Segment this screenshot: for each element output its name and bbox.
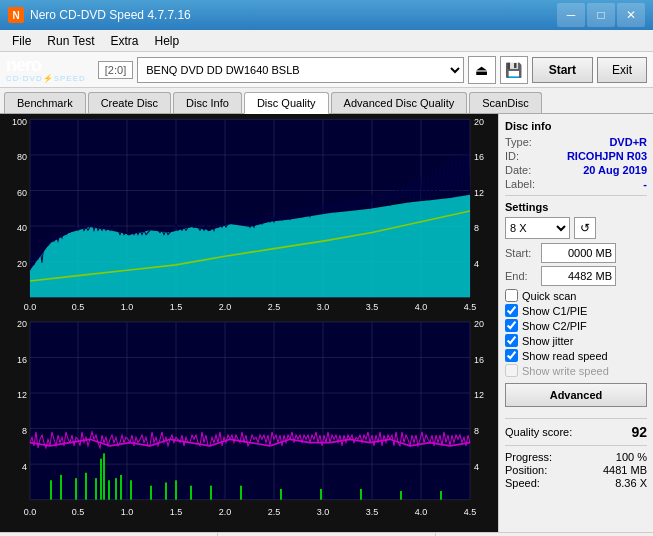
show-read-speed-checkbox[interactable]	[505, 349, 518, 362]
position-row: Position: 4481 MB	[505, 464, 647, 476]
show-c1-pie-label: Show C1/PIE	[522, 305, 587, 317]
end-label: End:	[505, 270, 537, 282]
svg-rect-57	[60, 475, 62, 500]
eject-button[interactable]: ⏏	[468, 56, 496, 84]
start-row: Start:	[505, 243, 647, 263]
nero-logo-subtitle: CD·DVD⚡SPEED	[6, 74, 86, 83]
svg-text:12: 12	[474, 390, 484, 400]
show-jitter-label: Show jitter	[522, 335, 573, 347]
nero-logo: nero CD·DVD⚡SPEED	[6, 56, 86, 83]
speed-select[interactable]: 8 X	[505, 217, 570, 239]
position-value: 4481 MB	[603, 464, 647, 476]
progress-area: Progress: 100 % Position: 4481 MB Speed:…	[505, 451, 647, 489]
svg-rect-74	[320, 489, 322, 500]
speed-row: 8 X ↺	[505, 217, 647, 239]
svg-text:2.0: 2.0	[219, 506, 232, 516]
legend-bar: PI Errors Average: 47.66 Maximum: 87 Tot…	[0, 532, 653, 536]
charts-svg: 100 80 60 40 20 20 16 12 8 4 0.0 0.5 1.0…	[0, 114, 498, 532]
quick-scan-row: Quick scan	[505, 289, 647, 302]
end-input[interactable]	[541, 266, 616, 286]
progress-value: 100 %	[616, 451, 647, 463]
show-c1-pie-row: Show C1/PIE	[505, 304, 647, 317]
toolbar: nero CD·DVD⚡SPEED [2:0] BENQ DVD DD DW16…	[0, 52, 653, 88]
tabs: Benchmark Create Disc Disc Info Disc Qua…	[0, 88, 653, 114]
svg-text:4: 4	[474, 461, 479, 471]
advanced-button[interactable]: Advanced	[505, 383, 647, 407]
date-value: 20 Aug 2019	[583, 164, 647, 176]
tab-scan-disc[interactable]: ScanDisc	[469, 92, 541, 113]
tab-create-disc[interactable]: Create Disc	[88, 92, 171, 113]
start-button[interactable]: Start	[532, 57, 593, 83]
quality-label: Quality score:	[505, 426, 572, 438]
svg-text:4.5: 4.5	[464, 302, 477, 312]
quick-scan-label: Quick scan	[522, 290, 576, 302]
close-button[interactable]: ✕	[617, 3, 645, 27]
start-input[interactable]	[541, 243, 616, 263]
show-c1-pie-checkbox[interactable]	[505, 304, 518, 317]
menu-file[interactable]: File	[4, 32, 39, 50]
id-label: ID:	[505, 150, 519, 162]
label-label: Label:	[505, 178, 535, 190]
svg-text:3.0: 3.0	[317, 302, 330, 312]
minimize-button[interactable]: ─	[557, 3, 585, 27]
show-jitter-row: Show jitter	[505, 334, 647, 347]
svg-text:60: 60	[17, 188, 27, 198]
menu-extra[interactable]: Extra	[102, 32, 146, 50]
maximize-button[interactable]: □	[587, 3, 615, 27]
menu-help[interactable]: Help	[147, 32, 188, 50]
type-row: Type: DVD+R	[505, 136, 647, 148]
id-row: ID: RICOHJPN R03	[505, 150, 647, 162]
svg-text:3.5: 3.5	[366, 506, 379, 516]
show-write-speed-row: Show write speed	[505, 364, 647, 377]
svg-text:2.0: 2.0	[219, 302, 232, 312]
menu-run-test[interactable]: Run Test	[39, 32, 102, 50]
end-row: End:	[505, 266, 647, 286]
svg-text:8: 8	[474, 223, 479, 233]
refresh-button[interactable]: ↺	[574, 217, 596, 239]
exit-button[interactable]: Exit	[597, 57, 647, 83]
svg-text:20: 20	[17, 259, 27, 269]
save-button[interactable]: 💾	[500, 56, 528, 84]
speed-label: Speed:	[505, 477, 540, 489]
show-write-speed-label: Show write speed	[522, 365, 609, 377]
svg-rect-73	[280, 489, 282, 500]
svg-rect-59	[85, 473, 87, 500]
svg-text:100: 100	[12, 116, 27, 126]
menubar: File Run Test Extra Help	[0, 30, 653, 52]
drive-selector[interactable]: BENQ DVD DD DW1640 BSLB	[137, 57, 463, 83]
position-label: Position:	[505, 464, 547, 476]
quick-scan-checkbox[interactable]	[505, 289, 518, 302]
svg-rect-70	[190, 486, 192, 500]
speed-value: 8.36 X	[615, 477, 647, 489]
sep-3	[505, 445, 647, 446]
type-label: Type:	[505, 136, 532, 148]
svg-rect-75	[360, 489, 362, 500]
tab-disc-info[interactable]: Disc Info	[173, 92, 242, 113]
svg-text:12: 12	[474, 188, 484, 198]
tab-disc-quality[interactable]: Disc Quality	[244, 92, 329, 114]
svg-rect-71	[210, 486, 212, 500]
tab-advanced-disc-quality[interactable]: Advanced Disc Quality	[331, 92, 468, 113]
label-value: -	[643, 178, 647, 190]
disc-info-title: Disc info	[505, 120, 647, 132]
svg-rect-61	[100, 459, 102, 500]
svg-rect-56	[50, 480, 52, 499]
svg-text:1.0: 1.0	[121, 506, 134, 516]
show-jitter-checkbox[interactable]	[505, 334, 518, 347]
svg-rect-72	[240, 486, 242, 500]
tab-benchmark[interactable]: Benchmark	[4, 92, 86, 113]
main-content: 100 80 60 40 20 20 16 12 8 4 0.0 0.5 1.0…	[0, 114, 653, 532]
show-write-speed-checkbox[interactable]	[505, 364, 518, 377]
titlebar-controls: ─ □ ✕	[557, 3, 645, 27]
svg-rect-77	[440, 491, 442, 500]
svg-text:3.0: 3.0	[317, 506, 330, 516]
svg-text:20: 20	[17, 319, 27, 329]
svg-text:40: 40	[17, 223, 27, 233]
speed-row-progress: Speed: 8.36 X	[505, 477, 647, 489]
svg-text:4.0: 4.0	[415, 506, 428, 516]
show-c2-pif-checkbox[interactable]	[505, 319, 518, 332]
app-title: Nero CD-DVD Speed 4.7.7.16	[30, 8, 191, 22]
svg-text:80: 80	[17, 152, 27, 162]
titlebar-title: N Nero CD-DVD Speed 4.7.7.16	[8, 7, 557, 23]
date-label: Date:	[505, 164, 531, 176]
